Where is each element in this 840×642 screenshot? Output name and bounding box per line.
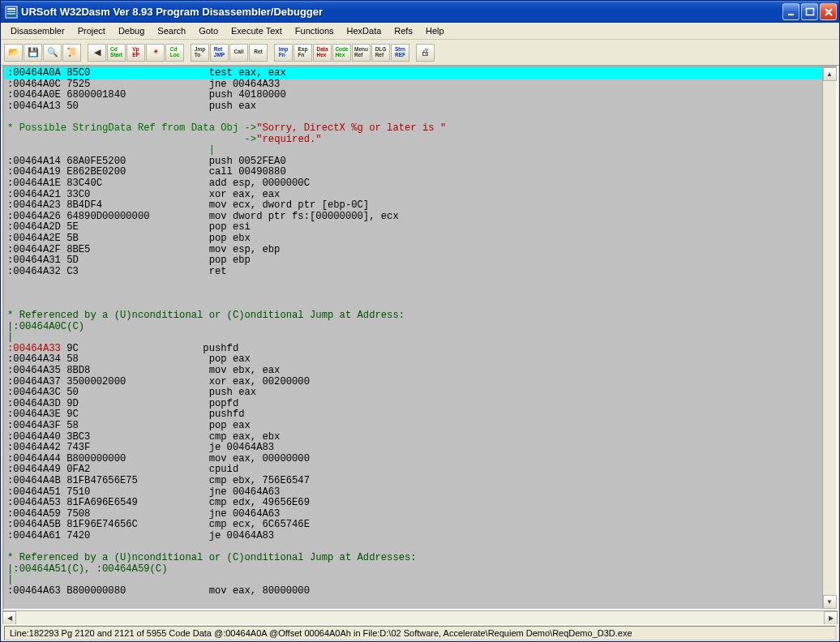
status-text: Line:182293 Pg 2120 and 2121 of 5955 Cod… bbox=[4, 626, 836, 640]
menu-bar: DisassemblerProjectDebugSearchGotoExecut… bbox=[1, 23, 839, 40]
toolbar-find[interactable]: 🔍 bbox=[43, 44, 62, 62]
svg-rect-3 bbox=[7, 13, 15, 15]
menu-item-project[interactable]: Project bbox=[71, 24, 112, 38]
toolbar-dlg-ref[interactable]: DLGRef bbox=[371, 44, 390, 62]
menu-item-disassembler[interactable]: Disassembler bbox=[4, 24, 71, 38]
menu-item-help[interactable]: Help bbox=[419, 24, 451, 38]
minimize-button[interactable] bbox=[782, 3, 799, 20]
close-button[interactable] bbox=[820, 3, 837, 20]
toolbar-data-hex[interactable]: DataHex bbox=[313, 44, 332, 62]
scroll-right-icon[interactable]: ▶ bbox=[824, 611, 838, 625]
window-title: URSoft W32Dasm Ver 8.93 Program Disassem… bbox=[21, 6, 782, 18]
toolbar-cd-loc[interactable]: CdLoc bbox=[165, 44, 184, 62]
menu-item-debug[interactable]: Debug bbox=[112, 24, 151, 38]
toolbar-ret[interactable]: Ret bbox=[249, 44, 268, 62]
titlebar: URSoft W32Dasm Ver 8.93 Program Disassem… bbox=[1, 1, 839, 23]
svg-rect-1 bbox=[7, 8, 15, 10]
app-icon bbox=[5, 6, 18, 19]
h-scroll-track[interactable] bbox=[16, 611, 824, 625]
toolbar: 📂💾🔍📜◀CdStartVpEP☀CdLocJmpToRetJMPCallRet… bbox=[1, 40, 839, 66]
maximize-button[interactable] bbox=[801, 3, 818, 20]
toolbar-printer[interactable]: 🖨 bbox=[416, 44, 435, 62]
menu-item-execute-text[interactable]: Execute Text bbox=[225, 24, 289, 38]
toolbar-strn-ref[interactable]: StrnREF bbox=[391, 44, 409, 62]
menu-item-search[interactable]: Search bbox=[151, 24, 192, 38]
scroll-down-icon[interactable]: ▼ bbox=[823, 595, 837, 609]
status-bar: Line:182293 Pg 2120 and 2121 of 5955 Cod… bbox=[1, 624, 839, 641]
toolbar-print[interactable]: 📜 bbox=[62, 44, 81, 62]
disassembly-pane: :00464A0A 85C0 test eax, eax:00464A0C 75… bbox=[2, 66, 838, 610]
svg-rect-4 bbox=[788, 14, 794, 15]
toolbar-separator bbox=[82, 44, 87, 62]
toolbar-cd-start[interactable]: CdStart bbox=[107, 44, 126, 62]
toolbar-ret-jmp[interactable]: RetJMP bbox=[210, 44, 229, 62]
menu-item-hexdata[interactable]: HexData bbox=[341, 24, 388, 38]
toolbar-nav-back[interactable]: ◀ bbox=[88, 44, 106, 62]
v-scrollbar[interactable]: ▲ ▼ bbox=[822, 67, 836, 609]
scroll-up-icon[interactable]: ▲ bbox=[823, 67, 837, 81]
toolbar-imp-fn[interactable]: ImpFn bbox=[274, 44, 293, 62]
menu-item-refs[interactable]: Refs bbox=[388, 24, 419, 38]
toolbar-cd-jmp[interactable]: ☀ bbox=[146, 44, 165, 62]
menu-item-functions[interactable]: Functions bbox=[289, 24, 341, 38]
toolbar-separator bbox=[268, 44, 273, 62]
toolbar-save[interactable]: 💾 bbox=[24, 44, 42, 62]
toolbar-jmp-to[interactable]: JmpTo bbox=[191, 44, 209, 62]
code-area[interactable]: :00464A0A 85C0 test eax, eax:00464A0C 75… bbox=[4, 67, 822, 609]
h-scrollbar[interactable]: ◀ ▶ bbox=[2, 610, 838, 624]
toolbar-separator bbox=[185, 44, 190, 62]
toolbar-cp-ep[interactable]: VpEP bbox=[126, 44, 145, 62]
menu-item-goto[interactable]: Goto bbox=[192, 24, 225, 38]
toolbar-separator bbox=[410, 44, 415, 62]
svg-rect-2 bbox=[7, 11, 15, 12]
scroll-left-icon[interactable]: ◀ bbox=[2, 611, 16, 625]
svg-rect-5 bbox=[806, 8, 813, 15]
toolbar-exp-fn[interactable]: ExpFn bbox=[294, 44, 312, 62]
toolbar-open[interactable]: 📂 bbox=[4, 44, 23, 62]
toolbar-code-hex[interactable]: CodeHex bbox=[332, 44, 351, 62]
toolbar-call[interactable]: Call bbox=[229, 44, 248, 62]
toolbar-menu-ref[interactable]: MenuRef bbox=[352, 44, 371, 62]
